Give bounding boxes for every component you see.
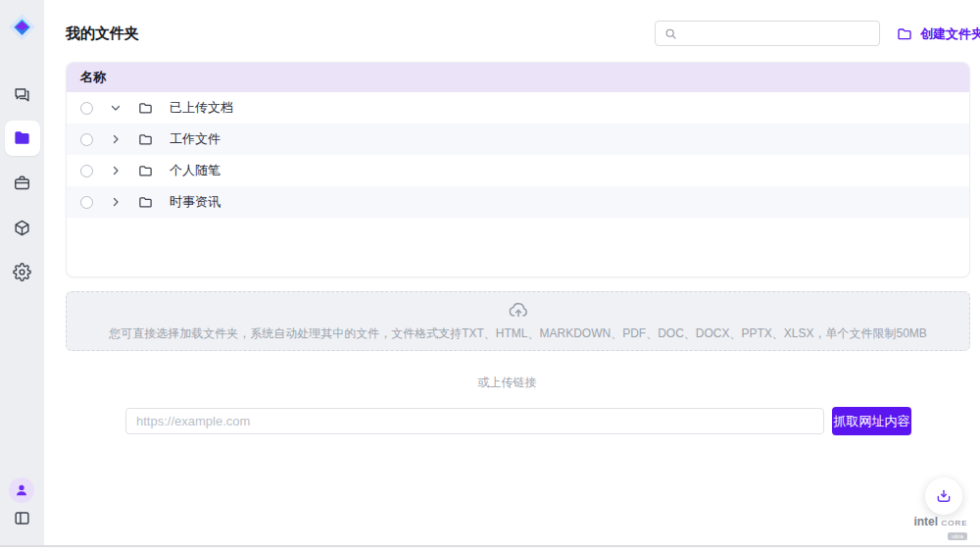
chevron-down-icon[interactable] xyxy=(110,102,122,114)
row-checkbox[interactable] xyxy=(80,133,93,146)
row-checkbox[interactable] xyxy=(80,102,93,115)
panel-toggle-icon xyxy=(13,509,31,527)
intel-core-logo: intel core ultra xyxy=(909,517,972,540)
folder-name: 时事资讯 xyxy=(170,193,220,211)
or-upload-link-label: 或上传链接 xyxy=(44,375,970,391)
create-folder-button[interactable]: 创建文件夹 xyxy=(897,25,980,43)
bottom-divider xyxy=(0,545,980,552)
row-checkbox[interactable] xyxy=(80,196,93,209)
upload-dropzone[interactable]: 您可直接选择加载文件夹，系统自动处理其中的文件，文件格式支持TXT、HTML、M… xyxy=(66,291,970,351)
folder-icon xyxy=(138,195,153,210)
folder-plus-icon xyxy=(897,26,912,42)
sidebar-item-models[interactable] xyxy=(13,219,31,237)
user-icon xyxy=(15,483,28,497)
download-fab-button[interactable] xyxy=(925,477,962,515)
folder-icon xyxy=(138,132,153,147)
intel-brand-text: intel xyxy=(913,515,938,528)
app-window: 我的文件夹 创建文件夹 名称 已上传文档 工作文件 xyxy=(0,0,980,552)
folder-table: 名称 已上传文档 工作文件 个人随笔 xyxy=(66,62,970,277)
url-input[interactable] xyxy=(125,408,824,434)
search-box xyxy=(655,21,880,46)
folder-icon xyxy=(138,164,153,178)
sidebar-item-settings[interactable] xyxy=(13,263,31,281)
table-row[interactable]: 时事资讯 xyxy=(67,186,969,218)
intel-core-text: core xyxy=(941,515,967,528)
sidebar xyxy=(0,0,44,545)
upload-hint: 您可直接选择加载文件夹，系统自动处理其中的文件，文件格式支持TXT、HTML、M… xyxy=(67,326,969,342)
sidebar-item-chat[interactable] xyxy=(13,85,31,104)
search-icon xyxy=(664,27,677,40)
table-row[interactable]: 个人随笔 xyxy=(67,155,969,186)
create-folder-label: 创建文件夹 xyxy=(920,25,980,43)
folder-name: 工作文件 xyxy=(170,130,220,148)
sidebar-item-folders[interactable] xyxy=(5,121,40,156)
folder-name: 个人随笔 xyxy=(170,162,220,179)
folder-name: 已上传文档 xyxy=(170,99,233,117)
user-avatar[interactable] xyxy=(9,477,34,503)
search-input[interactable] xyxy=(683,22,875,45)
sidebar-item-workbench[interactable] xyxy=(13,174,31,192)
table-row[interactable]: 工作文件 xyxy=(67,124,969,155)
app-logo-icon[interactable] xyxy=(7,12,37,42)
chevron-right-icon[interactable] xyxy=(110,165,122,176)
cube-icon xyxy=(13,219,31,237)
chevron-right-icon[interactable] xyxy=(110,133,122,145)
page-title: 我的文件夹 xyxy=(66,25,139,43)
cloud-upload-icon xyxy=(508,299,529,321)
table-header-name: 名称 xyxy=(67,63,969,92)
chevron-right-icon[interactable] xyxy=(110,196,122,208)
folder-icon xyxy=(13,128,31,147)
chat-icon xyxy=(13,85,31,104)
folder-icon xyxy=(138,101,153,116)
briefcase-icon xyxy=(13,174,31,192)
collapse-sidebar-button[interactable] xyxy=(13,509,31,527)
table-body: 已上传文档 工作文件 个人随笔 时事资讯 xyxy=(67,92,969,218)
table-row[interactable]: 已上传文档 xyxy=(67,92,969,124)
gear-icon xyxy=(13,263,31,281)
intel-ultra-badge: ultra xyxy=(948,532,967,540)
download-icon xyxy=(935,487,953,505)
row-checkbox[interactable] xyxy=(80,165,93,177)
fetch-url-button[interactable]: 抓取网址内容 xyxy=(832,407,911,435)
